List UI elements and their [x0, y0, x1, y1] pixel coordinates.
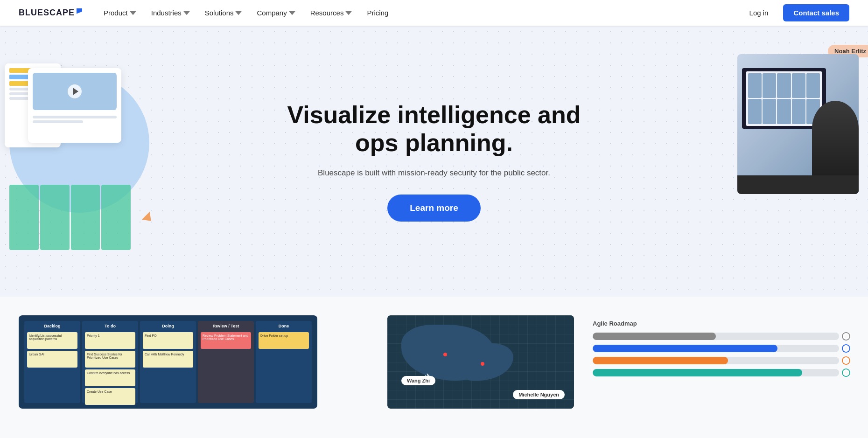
agile-bar-row: [593, 357, 849, 364]
kanban-card: Find PO: [143, 332, 193, 349]
video-thumbnail: [33, 73, 117, 110]
lower-section: Backlog Identify/List successful acquisi…: [0, 297, 868, 409]
agile-title: Agile Roadmap: [593, 320, 849, 327]
kanban-column-backlog: Backlog Identify/List successful acquisi…: [24, 321, 80, 403]
illustration-grid: [9, 185, 131, 250]
kanban-card: Priority 1: [85, 332, 135, 349]
agile-dot-marker: [843, 369, 849, 376]
agile-bar-group: [593, 333, 849, 376]
hero-subtitle: Bluescape is built with mission-ready se…: [275, 168, 593, 178]
kanban-card: Urban GAI: [27, 351, 77, 368]
kanban-column-doing: Doing Find PO Call with Matthew Kennedy: [140, 321, 196, 403]
hero-center: Visualize intelligence and ops planning.…: [275, 101, 593, 222]
agile-bar-row: [593, 333, 849, 340]
kanban-card: Find Success Stories for Prioritized Use…: [85, 351, 135, 368]
hero-title: Visualize intelligence and ops planning.: [275, 101, 593, 157]
kanban-container: Backlog Identify/List successful acquisi…: [19, 315, 369, 409]
chevron-down-icon: [183, 10, 190, 16]
nav-item-product[interactable]: Product: [97, 5, 143, 21]
kanban-card: Create Use Case: [85, 388, 135, 405]
kanban-card: Identify/List successful acquisition pat…: [27, 332, 77, 349]
lower-right: ✈ Michelle Nguyen Wang Zhi Agile Roadmap: [387, 315, 849, 409]
agile-bar-bg: [593, 345, 839, 352]
nav-item-resources[interactable]: Resources: [304, 5, 359, 21]
agile-bar-fill: [593, 369, 802, 376]
hero-section: Visualize intelligence and ops planning.…: [0, 26, 868, 297]
agile-bar-fill: [593, 345, 777, 352]
navbar: BLUESCAPE Product Industries Solutions C…: [0, 0, 868, 26]
kanban-column-todo: To do Priority 1 Find Success Stories fo…: [82, 321, 138, 403]
hero-left-illustration: [0, 54, 168, 259]
kanban-card: Call with Matthew Kennedy: [143, 351, 193, 368]
agile-bar-fill: [593, 333, 716, 340]
photo-container: Noah Erlitz: [737, 54, 868, 194]
hero-right-photo: Noah Erlitz: [737, 54, 868, 194]
nav-item-solutions[interactable]: Solutions: [198, 5, 249, 21]
kanban-board: Backlog Identify/List successful acquisi…: [19, 315, 317, 409]
illustration-lines: [33, 116, 117, 123]
kanban-header-todo: To do: [85, 324, 135, 328]
kanban-header-backlog: Backlog: [27, 324, 77, 328]
kanban-header-done: Done: [259, 324, 309, 328]
chevron-down-icon: [289, 10, 295, 16]
contact-sales-button[interactable]: Contact sales: [783, 4, 849, 21]
logo-accent: [77, 8, 82, 14]
nav-items: Product Industries Solutions Company Res…: [97, 5, 742, 21]
kanban-header-doing: Doing: [143, 324, 193, 328]
map-container: ✈ Michelle Nguyen Wang Zhi: [387, 315, 574, 409]
nav-item-industries[interactable]: Industries: [145, 5, 196, 21]
kanban-column-done: Done Drive Folder set up: [256, 321, 312, 403]
kanban-card: Confirm everyone has access: [85, 369, 135, 386]
wangzhi-badge: Wang Zhi: [401, 376, 435, 385]
kanban-header-review: Review / Test: [201, 324, 251, 328]
chevron-down-icon: [345, 10, 352, 16]
play-icon: [68, 84, 82, 98]
agile-bar-bg: [593, 333, 839, 340]
photo-placeholder: [737, 54, 859, 194]
hero-cta-button[interactable]: Learn more: [387, 195, 480, 222]
agile-roadmap: Agile Roadmap: [593, 315, 849, 409]
kanban-card: Review Problem Statement and Prioritized…: [201, 332, 251, 349]
agile-bar-bg: [593, 357, 839, 364]
agile-bar-row: [593, 345, 849, 352]
desk: [737, 175, 859, 194]
agile-dot-marker: [843, 345, 849, 352]
logo-text: BLUESCAPE: [19, 8, 75, 18]
agile-dot-marker: [843, 357, 849, 364]
kanban-column-review: Review / Test Review Problem Statement a…: [198, 321, 254, 403]
chevron-down-icon: [235, 10, 242, 16]
agile-bar-bg: [593, 369, 839, 376]
login-button[interactable]: Log in: [742, 5, 776, 21]
chevron-down-icon: [130, 10, 136, 16]
michelle-badge: Michelle Nguyen: [513, 390, 565, 399]
illustration-main-card: [28, 68, 121, 143]
kanban-card: Drive Folder set up: [259, 332, 309, 349]
agile-bar-fill: [593, 357, 728, 364]
agile-bar-row: [593, 369, 849, 376]
map-dot: [481, 362, 484, 366]
illustration-arrow: [142, 212, 155, 225]
map-dot: [443, 353, 447, 356]
nav-right: Log in Contact sales: [742, 4, 849, 21]
nav-item-company[interactable]: Company: [250, 5, 301, 21]
nav-item-pricing[interactable]: Pricing: [360, 5, 395, 21]
agile-dot-marker: [843, 333, 849, 340]
logo[interactable]: BLUESCAPE: [19, 8, 82, 18]
